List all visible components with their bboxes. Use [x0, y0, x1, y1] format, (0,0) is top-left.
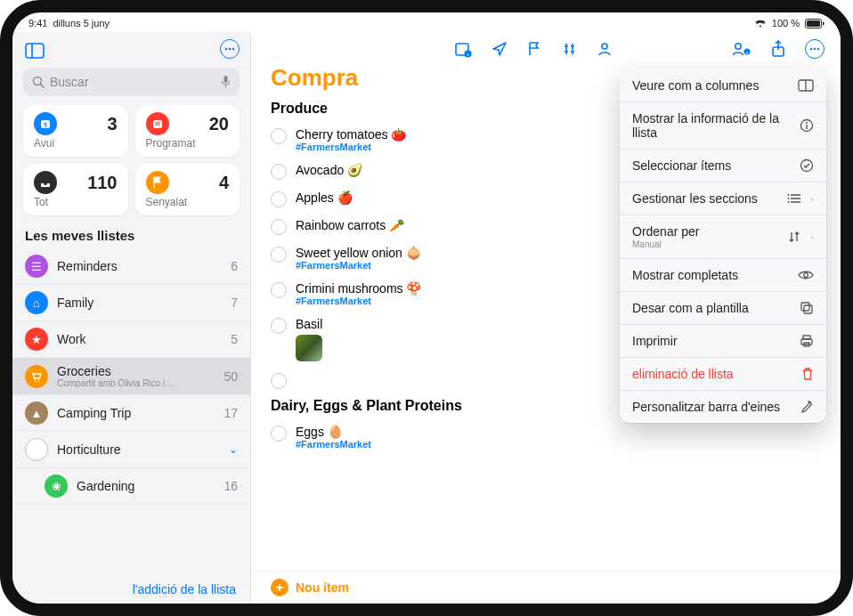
list-count: 17: [223, 406, 238, 420]
svg-rect-34: [806, 125, 807, 129]
svg-point-17: [35, 379, 37, 381]
menu-item-label: Ordenar per: [632, 224, 699, 239]
sidebar-item-groceries[interactable]: Groceries Compartit amb Olivia Rico i… 5…: [12, 358, 250, 395]
main-panel: + +: [251, 32, 841, 604]
svg-point-7: [232, 48, 235, 51]
scheduled-label: Programat: [146, 137, 230, 150]
flag-button[interactable]: [527, 41, 541, 57]
menu-item-label: Seleccionar ítems: [632, 158, 731, 173]
menu-item-check-circle[interactable]: Seleccionar ítems: [620, 150, 826, 182]
item-tag[interactable]: #FarmersMarket: [296, 142, 406, 152]
svg-rect-3: [26, 44, 44, 58]
list-more-button[interactable]: [805, 39, 825, 59]
menu-item-info[interactable]: Mostrar la informació de la llista: [620, 102, 826, 150]
item-title: Crimini mushrooms 🍄: [296, 281, 421, 296]
completion-ring[interactable]: [271, 426, 287, 442]
new-item-button[interactable]: + Nou ítem: [251, 571, 841, 604]
list-count: 16: [223, 479, 238, 493]
folder-icon: ▢: [25, 438, 48, 461]
sidebar-item-reminders[interactable]: ☰ Reminders 6: [12, 248, 250, 285]
chevron-down-icon[interactable]: ⌄: [229, 443, 238, 456]
menu-item-sub: Manual: [632, 239, 699, 249]
menu-item-template[interactable]: Desar com a plantilla: [620, 292, 826, 325]
toggle-sidebar-button[interactable]: [23, 39, 46, 62]
smartlist-scheduled[interactable]: 20 Programat: [135, 105, 240, 157]
tag-button[interactable]: [561, 41, 577, 57]
sidebar-item-camping[interactable]: ▲ Camping Trip 17: [12, 395, 250, 432]
completion-ring[interactable]: [271, 191, 287, 207]
sidebar-more-button[interactable]: [220, 39, 240, 59]
completion-ring[interactable]: [271, 373, 287, 389]
item-title: Sweet yellow onion 🧅: [296, 246, 421, 260]
item-attachment-thumbnail[interactable]: [296, 335, 322, 361]
smartlist-flagged[interactable]: 4 Senyalat: [135, 164, 240, 215]
sidebar-item-gardening[interactable]: ❀ Gardening 16: [12, 468, 250, 505]
smartlist-today[interactable]: 5 3 Avui: [23, 105, 128, 157]
menu-item-list[interactable]: Gestionar les seccions›: [620, 182, 826, 215]
completion-ring[interactable]: [271, 128, 287, 144]
sort-icon: [787, 230, 801, 244]
menu-item-label: Desar com a plantilla: [632, 301, 749, 315]
assign-person-button[interactable]: [597, 41, 613, 57]
list-count: 6: [231, 259, 238, 273]
search-placeholder: Buscar: [50, 75, 89, 89]
reminder-item[interactable]: Eggs 🥚#FarmersMarket: [265, 419, 828, 455]
list-name: Groceries: [57, 364, 174, 378]
menu-item-label: Veure com a columnes: [632, 78, 759, 93]
list-name: Gardening: [77, 479, 134, 493]
menu-item-trash[interactable]: eliminació de llista: [620, 358, 826, 391]
search-input[interactable]: Buscar: [23, 68, 240, 96]
menu-item-columns[interactable]: Veure com a columnes: [620, 69, 826, 102]
plus-icon: +: [271, 579, 288, 596]
sidebar-item-family[interactable]: ⌂ Family 7: [12, 285, 250, 321]
trash-icon: [801, 367, 814, 381]
item-tag[interactable]: #FarmersMarket: [296, 296, 421, 306]
dictate-icon[interactable]: [221, 75, 231, 89]
location-button[interactable]: [491, 41, 508, 57]
wifi-icon: [754, 19, 767, 28]
menu-item-print[interactable]: Imprimir: [620, 325, 826, 358]
battery-icon: [805, 19, 825, 28]
completion-ring[interactable]: [271, 219, 287, 235]
completion-ring[interactable]: [271, 282, 287, 298]
list-icon: [787, 192, 801, 205]
svg-point-5: [225, 48, 228, 51]
list-count: 50: [223, 369, 238, 384]
share-button[interactable]: [771, 40, 785, 58]
svg-text:+: +: [745, 50, 749, 55]
calendar-badge-button[interactable]: +: [454, 40, 472, 58]
leaf-icon: ❀: [45, 474, 68, 498]
menu-item-label: Mostrar la informació de la llista: [632, 111, 779, 140]
template-icon: [800, 301, 814, 315]
completion-ring[interactable]: [271, 247, 287, 263]
list-name: Camping Trip: [57, 406, 131, 420]
smartlist-all[interactable]: 110 Tot: [23, 164, 128, 215]
menu-item-sort[interactable]: Ordenar perManual›: [620, 215, 826, 259]
svg-rect-10: [224, 76, 228, 83]
svg-rect-46: [801, 339, 812, 344]
toolbar: + +: [251, 32, 841, 62]
item-tag[interactable]: #FarmersMarket: [296, 260, 421, 271]
sidebar-item-horticulture[interactable]: ▢ Horticulture ⌄: [12, 432, 250, 468]
svg-point-41: [788, 201, 790, 203]
calendar-icon: [146, 112, 169, 135]
today-count: 3: [107, 114, 117, 134]
svg-point-23: [735, 44, 741, 49]
all-label: Tot: [34, 196, 118, 208]
add-list-button[interactable]: l'addició de la llista: [133, 582, 236, 596]
list-name: Work: [57, 332, 85, 346]
list-shared-sub: Compartit amb Olivia Rico i…: [57, 378, 174, 388]
svg-rect-1: [807, 20, 820, 27]
menu-item-label: eliminació de llista: [632, 367, 734, 381]
menu-item-wrench[interactable]: Personalitzar barra d'eines: [620, 391, 826, 423]
collaborate-button[interactable]: +: [732, 40, 751, 58]
completion-ring[interactable]: [271, 318, 287, 334]
sidebar-item-work[interactable]: ★ Work 5: [12, 321, 250, 358]
item-tag[interactable]: #FarmersMarket: [296, 439, 371, 450]
completion-ring[interactable]: [271, 164, 287, 180]
status-time: 9:41: [28, 18, 47, 28]
item-title: Cherry tomatoes 🍅: [296, 127, 406, 142]
svg-text:+: +: [467, 52, 470, 57]
eye-icon: [798, 270, 814, 280]
menu-item-eye[interactable]: Mostrar completats: [620, 259, 826, 292]
